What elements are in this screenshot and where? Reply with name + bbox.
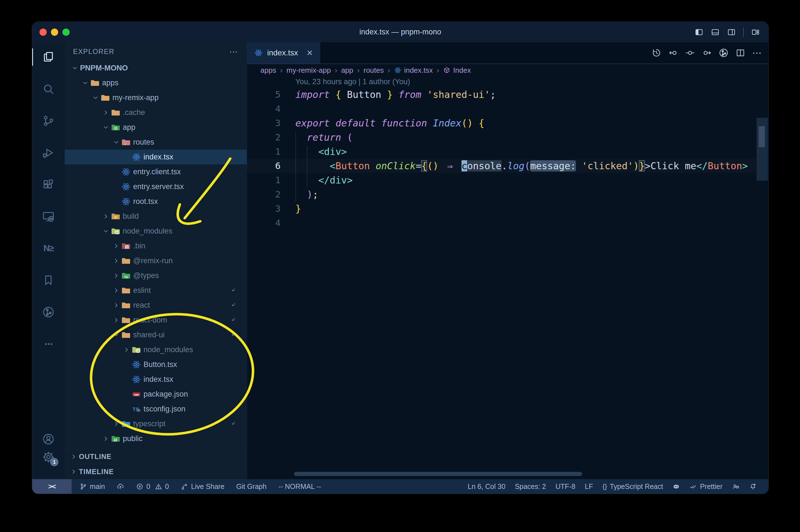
tree-item-@remix-run[interactable]: @remix-run bbox=[64, 253, 247, 268]
status-warnings[interactable]: 0 bbox=[155, 482, 169, 491]
activity-git-graph[interactable] bbox=[32, 305, 64, 319]
customize-layout-icon[interactable] bbox=[751, 28, 760, 37]
tree-item-.bin[interactable]: 0110.bin bbox=[64, 239, 247, 253]
activity-bookmarks[interactable] bbox=[32, 273, 64, 287]
activity-accounts[interactable] bbox=[32, 432, 64, 446]
git-graph-view-icon[interactable] bbox=[719, 48, 729, 58]
chevron-right-icon[interactable] bbox=[111, 285, 121, 296]
activity-explorer[interactable] bbox=[32, 50, 64, 64]
tree-item-shared-ui[interactable]: shared-ui bbox=[64, 327, 247, 342]
status-eol[interactable]: LF bbox=[585, 482, 593, 491]
zoom-window-button[interactable] bbox=[62, 28, 70, 36]
status-errors[interactable]: 0 bbox=[136, 482, 150, 491]
tree-item-pnpm-mono[interactable]: PNPM-MONO bbox=[64, 61, 247, 76]
activity-remote-explorer[interactable] bbox=[32, 209, 64, 224]
toggle-secondary-sidebar-icon[interactable] bbox=[727, 28, 736, 37]
tree-item-node-modules[interactable]: JSnode_modules bbox=[64, 224, 247, 239]
code-line-current[interactable]: 6 <Button onClick={() ⇒ console.log(mess… bbox=[247, 159, 756, 173]
breadcrumb-item-routes[interactable]: routes bbox=[364, 66, 384, 75]
activity-more[interactable]: ⋯ bbox=[32, 337, 64, 351]
minimap[interactable] bbox=[757, 118, 768, 181]
breadcrumb-item-app[interactable]: app bbox=[341, 66, 353, 75]
code-line[interactable]: 3export default function Index() { bbox=[247, 116, 756, 130]
chevron-down-icon[interactable] bbox=[101, 122, 111, 133]
breadcrumb-item-apps[interactable]: apps bbox=[261, 66, 276, 75]
tree-item-react[interactable]: react bbox=[64, 298, 247, 313]
chevron-right-icon[interactable] bbox=[69, 452, 79, 462]
tree-item-build[interactable]: build bbox=[64, 209, 247, 224]
status-formatter-prettier[interactable]: Prettier bbox=[689, 482, 723, 491]
close-tab-icon[interactable]: ✕ bbox=[307, 49, 313, 58]
status-vim-mode[interactable]: -- NORMAL -- bbox=[278, 482, 321, 491]
status-encoding[interactable]: UTF-8 bbox=[555, 482, 575, 491]
status-language-mode[interactable]: {}TypeScript React bbox=[603, 482, 663, 491]
code-line[interactable]: 3} bbox=[247, 202, 756, 216]
tree-item-button.tsx[interactable]: Button.tsx bbox=[64, 357, 247, 372]
timeline-history-icon[interactable] bbox=[651, 48, 662, 58]
tab-index-tsx[interactable]: index.tsx✕ bbox=[247, 42, 320, 63]
code-area[interactable]: You, 23 hours ago | 1 author (You)5impor… bbox=[247, 76, 756, 479]
chevron-right-icon[interactable] bbox=[101, 108, 111, 118]
tree-item-.cache[interactable]: .cache bbox=[64, 105, 247, 120]
tree-item-package.json[interactable]: npmpackage.json bbox=[64, 387, 247, 402]
toggle-primary-sidebar-icon[interactable] bbox=[694, 28, 704, 37]
chevron-right-icon[interactable] bbox=[111, 315, 121, 325]
toggle-panel-icon[interactable] bbox=[711, 28, 720, 37]
code-line[interactable]: 1 <div> bbox=[247, 145, 756, 159]
tree-item-index.tsx[interactable]: index.tsx bbox=[64, 372, 247, 387]
code-line[interactable]: 4 bbox=[247, 216, 756, 230]
chevron-down-icon[interactable] bbox=[111, 137, 121, 147]
tree-item-entry.client.tsx[interactable]: entry.client.tsx bbox=[64, 165, 247, 179]
sidebar-more-icon[interactable]: ⋯ bbox=[229, 47, 238, 57]
activity-extensions[interactable] bbox=[32, 177, 64, 192]
breadcrumb-item-index[interactable]: Index bbox=[443, 66, 471, 75]
status-indentation[interactable]: Spaces: 2 bbox=[515, 482, 546, 491]
chevron-right-icon[interactable] bbox=[111, 419, 121, 429]
chevron-down-icon[interactable] bbox=[101, 226, 111, 236]
tree-item-@types[interactable]: TS@types bbox=[64, 268, 247, 283]
activity-nx-console[interactable]: N≥ bbox=[32, 241, 64, 255]
activity-run-debug[interactable] bbox=[32, 146, 64, 160]
chevron-right-icon[interactable] bbox=[111, 241, 121, 251]
code-line[interactable]: 2 ); bbox=[247, 187, 756, 202]
status-remote-indicator[interactable]: >< bbox=[32, 479, 72, 494]
close-window-button[interactable] bbox=[39, 28, 47, 36]
chevron-down-icon[interactable] bbox=[90, 93, 101, 103]
chevron-down-icon[interactable] bbox=[80, 78, 90, 88]
tree-item-tsconfig.json[interactable]: TStsconfig.json bbox=[64, 402, 247, 417]
tree-item-typescript[interactable]: TStypescript bbox=[64, 417, 247, 431]
next-change-icon[interactable] bbox=[702, 48, 712, 58]
chevron-right-icon[interactable] bbox=[69, 467, 79, 477]
section-outline[interactable]: OUTLINE bbox=[64, 449, 247, 464]
section-timeline[interactable]: TIMELINE bbox=[64, 464, 247, 479]
status-feedback[interactable] bbox=[732, 483, 740, 490]
horizontal-scrollbar[interactable] bbox=[294, 472, 582, 476]
chevron-right-icon[interactable] bbox=[111, 300, 121, 310]
tree-item-node-modules[interactable]: JSnode_modules bbox=[64, 342, 247, 357]
chevron-right-icon[interactable] bbox=[121, 345, 132, 355]
activity-search[interactable] bbox=[32, 82, 64, 96]
status-notifications[interactable] bbox=[749, 483, 757, 490]
breadcrumb-item-index-tsx[interactable]: index.tsx bbox=[394, 66, 433, 75]
chevron-right-icon[interactable] bbox=[101, 434, 111, 444]
chevron-right-icon[interactable] bbox=[111, 255, 121, 266]
status-publish-changes[interactable] bbox=[117, 483, 124, 490]
split-editor-icon[interactable] bbox=[736, 48, 745, 58]
chevron-down-icon[interactable] bbox=[70, 63, 80, 73]
code-line[interactable]: 2 return ( bbox=[247, 130, 756, 145]
more-actions-icon[interactable]: ⋯ bbox=[752, 47, 762, 58]
tree-item-react-dom[interactable]: react-dom bbox=[64, 313, 247, 327]
chevron-down-icon[interactable] bbox=[111, 330, 121, 340]
minimize-window-button[interactable] bbox=[51, 28, 58, 36]
chevron-right-icon[interactable] bbox=[111, 270, 121, 281]
code-line[interactable]: 5import { Button } from 'shared-ui'; bbox=[247, 88, 756, 102]
tree-item-app[interactable]: app bbox=[64, 120, 247, 135]
tree-item-index.tsx[interactable]: index.tsx bbox=[64, 150, 247, 165]
status-git-branch[interactable]: main bbox=[79, 482, 105, 491]
activity-source-control[interactable] bbox=[32, 114, 64, 128]
code-line[interactable]: 1 </div> bbox=[247, 173, 756, 187]
previous-change-icon[interactable] bbox=[668, 48, 678, 58]
breadcrumb-item-my-remix-app[interactable]: my-remix-app bbox=[286, 66, 331, 75]
tree-item-routes[interactable]: routes bbox=[64, 135, 247, 150]
tree-item-entry.server.tsx[interactable]: entry.server.tsx bbox=[64, 179, 247, 194]
